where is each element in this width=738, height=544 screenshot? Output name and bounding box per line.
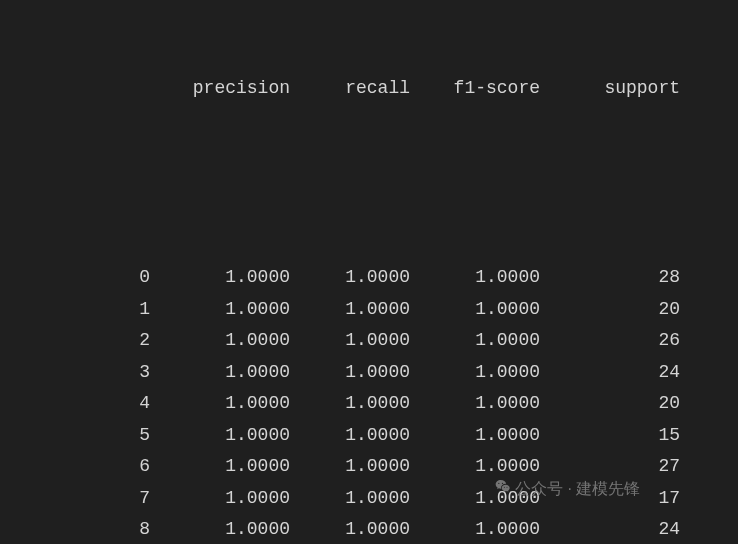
cell-f1: 1.0000 (410, 262, 540, 294)
row-label: 3 (20, 357, 150, 389)
cell-support: 20 (540, 388, 680, 420)
cell-recall: 1.0000 (290, 325, 410, 357)
row-label: 2 (20, 325, 150, 357)
cell-f1: 1.0000 (410, 514, 540, 544)
class-row: 11.00001.00001.000020 (20, 294, 718, 326)
header-recall: recall (290, 73, 410, 105)
header-support: support (540, 73, 680, 105)
cell-support: 28 (540, 262, 680, 294)
header-blank (20, 73, 150, 105)
cell-recall: 1.0000 (290, 357, 410, 389)
row-label: 4 (20, 388, 150, 420)
cell-precision: 1.0000 (150, 388, 290, 420)
cell-precision: 1.0000 (150, 357, 290, 389)
spacer (20, 168, 718, 200)
cell-precision: 1.0000 (150, 514, 290, 544)
class-row: 21.00001.00001.000026 (20, 325, 718, 357)
header-f1: f1-score (410, 73, 540, 105)
cell-precision: 1.0000 (150, 325, 290, 357)
cell-recall: 1.0000 (290, 420, 410, 452)
cell-recall: 1.0000 (290, 388, 410, 420)
cell-support: 26 (540, 325, 680, 357)
cell-support: 24 (540, 357, 680, 389)
row-label: 5 (20, 420, 150, 452)
class-row: 31.00001.00001.000024 (20, 357, 718, 389)
cell-support: 24 (540, 514, 680, 544)
watermark-text: 公众号 · 建模先锋 (515, 475, 640, 503)
row-label: 7 (20, 483, 150, 515)
cell-precision: 1.0000 (150, 294, 290, 326)
class-row: 81.00001.00001.000024 (20, 514, 718, 544)
cell-recall: 1.0000 (290, 483, 410, 515)
cell-f1: 1.0000 (410, 420, 540, 452)
cell-precision: 1.0000 (150, 451, 290, 483)
cell-recall: 1.0000 (290, 294, 410, 326)
cell-recall: 1.0000 (290, 262, 410, 294)
class-row: 01.00001.00001.000028 (20, 262, 718, 294)
cell-precision: 1.0000 (150, 483, 290, 515)
cell-recall: 1.0000 (290, 451, 410, 483)
header-row: precision recall f1-score support (20, 73, 718, 105)
class-row: 41.00001.00001.000020 (20, 388, 718, 420)
row-label: 6 (20, 451, 150, 483)
cell-f1: 1.0000 (410, 325, 540, 357)
header-precision: precision (150, 73, 290, 105)
cell-precision: 1.0000 (150, 262, 290, 294)
cell-f1: 1.0000 (410, 388, 540, 420)
watermark: 公众号 · 建模先锋 (495, 475, 640, 503)
row-label: 0 (20, 262, 150, 294)
row-label: 8 (20, 514, 150, 544)
cell-recall: 1.0000 (290, 514, 410, 544)
wechat-icon (495, 475, 511, 503)
cell-support: 15 (540, 420, 680, 452)
cell-f1: 1.0000 (410, 294, 540, 326)
cell-f1: 1.0000 (410, 357, 540, 389)
cell-support: 20 (540, 294, 680, 326)
row-label: 1 (20, 294, 150, 326)
class-row: 51.00001.00001.000015 (20, 420, 718, 452)
cell-precision: 1.0000 (150, 420, 290, 452)
classification-report: precision recall f1-score support 01.000… (20, 10, 718, 544)
